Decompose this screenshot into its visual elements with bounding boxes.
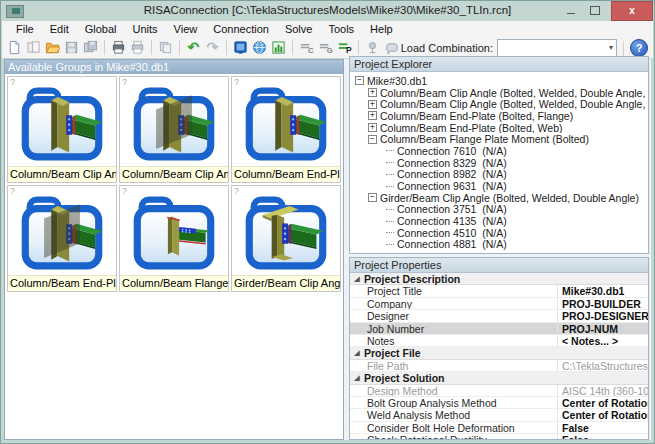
redo-icon[interactable]: ↷ (204, 39, 221, 56)
property-value[interactable]: C:\TeklaStructuresModels\Mike#30\Mike#30… (558, 360, 648, 371)
tree-connection[interactable]: Connection 4135 (N/A) (386, 215, 648, 227)
pin-icon[interactable] (364, 39, 381, 56)
menu-units[interactable]: Units (125, 22, 166, 36)
property-value[interactable]: PROJ-BUILDER (558, 298, 648, 309)
globe-icon[interactable] (251, 39, 268, 56)
print-preview-icon[interactable] (129, 39, 146, 56)
collapse-icon[interactable]: − (368, 193, 377, 202)
property-value[interactable]: PROJ-NUM (558, 323, 648, 334)
copy-icon[interactable] (157, 39, 174, 56)
tree-connector (386, 186, 394, 187)
menu-view[interactable]: View (166, 22, 206, 36)
maximize-button[interactable] (583, 2, 607, 19)
tree-node-label: Column/Beam Flange Plate Moment (Bolted) (380, 133, 589, 145)
tree-connection[interactable]: Connection 3751 (N/A) (386, 204, 648, 216)
group-collapse-icon[interactable]: ◢ (350, 273, 364, 284)
property-row-bolt-group-analysis-method[interactable]: Bolt Group Analysis MethodCenter of Rota… (350, 397, 648, 409)
new-file-icon[interactable] (6, 39, 23, 56)
app-window: RISAConnection [C:\TeklaStructuresModels… (0, 0, 655, 444)
property-row-company[interactable]: CompanyPROJ-BUILDER (350, 298, 648, 310)
tree-connection[interactable]: Connection 7610 (N/A) (386, 145, 648, 157)
connection-3d-preview (232, 77, 340, 166)
save-icon[interactable] (63, 39, 80, 56)
undo-icon[interactable]: ↶ (185, 39, 202, 56)
menu-solve[interactable]: Solve (277, 22, 321, 36)
menu-tools[interactable]: Tools (320, 22, 362, 36)
question-icon: ? (122, 77, 127, 87)
print-icon[interactable] (110, 39, 127, 56)
menu-edit[interactable]: Edit (42, 22, 77, 36)
property-row-design-method[interactable]: Design MethodAISC 14th (360-10): LRFD (350, 385, 648, 397)
expand-icon[interactable]: + (368, 100, 377, 109)
property-row-consider-bolt-hole-deformation[interactable]: Consider Bolt Hole DeformationFalse (350, 422, 648, 434)
property-value[interactable]: AISC 14th (360-10): LRFD (558, 385, 648, 396)
help-button[interactable]: ? (630, 39, 648, 57)
group-thumbnail-endplate-flange[interactable]: ?Column/Beam End-Pla... (231, 76, 341, 183)
property-row-weld-analysis-method[interactable]: Weld Analysis MethodCenter of Rotation (350, 409, 648, 421)
menu-file[interactable]: File (8, 22, 42, 36)
property-value[interactable]: < Notes... > (558, 335, 648, 346)
menu-connection[interactable]: Connection (205, 22, 277, 36)
expand-icon[interactable]: + (368, 88, 377, 97)
collapse-icon[interactable]: − (368, 135, 377, 144)
expand-icon[interactable]: + (368, 111, 377, 120)
tree-group[interactable]: −Column/Beam Flange Plate Moment (Bolted… (368, 133, 648, 145)
minimize-button[interactable] (559, 2, 583, 19)
tree-connection[interactable]: Connection 9631 (N/A) (386, 180, 648, 192)
tree-connection[interactable]: Connection 4510 (N/A) (386, 227, 648, 239)
tree-group[interactable]: −Girder/Beam Clip Angle (Bolted, Welded,… (368, 192, 648, 204)
row-gutter (350, 385, 364, 396)
open-file-icon[interactable] (44, 39, 61, 56)
property-row-notes[interactable]: Notes< Notes... > (350, 335, 648, 347)
available-groups-panel: Available Groups in Mike#30.db1 ?Column/… (4, 59, 344, 440)
group-collapse-icon[interactable]: ◢ (350, 347, 364, 358)
group-thumbnail-flange-plate[interactable]: ?Column/Beam Flange ... (119, 185, 229, 292)
connection-3d-preview (232, 186, 340, 275)
property-row-designer[interactable]: DesignerPROJ-DESIGNER (350, 310, 648, 322)
collapse-icon[interactable]: − (355, 76, 364, 85)
group-thumbnail-clip-web[interactable]: ?Column/Beam Clip An... (119, 76, 229, 183)
tree-connector (386, 174, 394, 175)
expand-icon[interactable]: + (368, 123, 377, 132)
tree-group[interactable]: +Column/Beam Clip Angle (Bolted, Welded,… (368, 87, 648, 99)
property-group-project-solution[interactable]: ◢Project Solution (350, 372, 648, 384)
property-row-project-title[interactable]: Project TitleMike#30.db1 (350, 285, 648, 297)
property-row-job-number[interactable]: Job NumberPROJ-NUM (350, 323, 648, 335)
load-combination-select[interactable]: ▾ (497, 39, 617, 58)
connection-g-icon[interactable]: G (317, 39, 334, 56)
group-thumbnail-endplate-web[interactable]: ?Column/Beam End-Pla... (7, 185, 117, 292)
tree-connection[interactable]: Connection 8329 (N/A) (386, 157, 648, 169)
menu-global[interactable]: Global (77, 22, 125, 36)
tree-group[interactable]: +Column/Beam Clip Angle (Bolted, Welded,… (368, 98, 648, 110)
connection-c-icon[interactable]: C (298, 39, 315, 56)
report-icon[interactable] (270, 39, 287, 56)
tree-connection[interactable]: Connection 8982 (N/A) (386, 169, 648, 181)
property-row-check-rotational-ductility[interactable]: Check Rotational DuctilityFalse (350, 434, 648, 440)
property-group-project-description[interactable]: ◢Project Description (350, 273, 648, 285)
tree-connection[interactable]: Connection 4881 (N/A) (386, 239, 648, 251)
save-all-icon[interactable] (82, 39, 99, 56)
property-value[interactable]: Center of Rotation (558, 409, 648, 420)
group-collapse-icon[interactable]: ◢ (350, 372, 364, 383)
group-thumbnail-clip-flange[interactable]: ?Column/Beam Clip An... (7, 76, 117, 183)
property-value[interactable]: Mike#30.db1 (558, 285, 648, 296)
property-value[interactable]: Center of Rotation (558, 397, 648, 408)
comment-icon[interactable] (383, 39, 400, 56)
menu-help[interactable]: Help (362, 22, 401, 36)
question-icon: ? (10, 77, 15, 87)
property-value[interactable]: PROJ-DESIGNER (558, 310, 648, 321)
tree-node-label: Column/Beam Clip Angle (Bolted, Welded, … (380, 87, 648, 99)
connection-p-icon[interactable]: P (336, 39, 353, 56)
new-project-icon[interactable] (25, 39, 42, 56)
property-value[interactable]: False (558, 434, 648, 440)
group-thumbnail-girder-clip[interactable]: ?Girder/Beam Clip Angl... (231, 185, 341, 292)
close-button[interactable]: x (611, 1, 653, 21)
tree-node-label: Connection 8329 (N/A) (397, 157, 507, 169)
property-value[interactable]: False (558, 422, 648, 433)
tree-root[interactable]: −Mike#30.db1 (355, 75, 648, 87)
tree-group[interactable]: +Column/Beam End-Plate (Bolted, Flange) (368, 110, 648, 122)
property-row-file-path[interactable]: File PathC:\TeklaStructuresModels\Mike#3… (350, 360, 648, 372)
render-view-icon[interactable] (232, 39, 249, 56)
tree-group[interactable]: +Column/Beam End-Plate (Bolted, Web) (368, 122, 648, 134)
property-group-project-file[interactable]: ◢Project File (350, 347, 648, 359)
